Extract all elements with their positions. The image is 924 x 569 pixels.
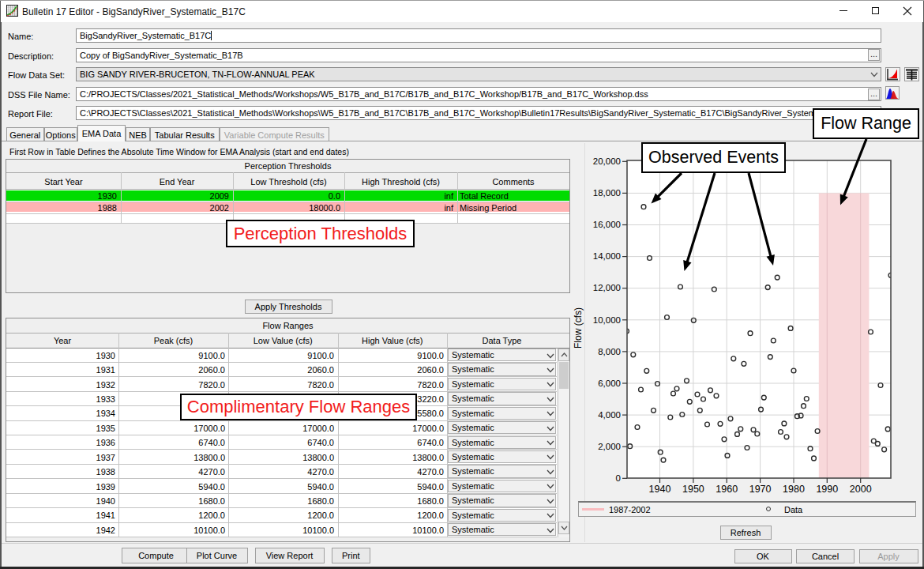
- svg-text:1950: 1950: [682, 484, 704, 495]
- svg-text:2,000: 2,000: [598, 442, 621, 451]
- svg-text:20,000: 20,000: [593, 156, 621, 166]
- svg-text:14,000: 14,000: [593, 251, 621, 261]
- svg-text:6,000: 6,000: [598, 379, 621, 388]
- svg-text:16,000: 16,000: [593, 220, 621, 229]
- svg-text:0: 0: [616, 473, 621, 483]
- svg-text:Flow (cfs): Flow (cfs): [573, 307, 584, 349]
- svg-text:12,000: 12,000: [593, 283, 621, 292]
- svg-text:10,000: 10,000: [593, 315, 621, 325]
- svg-text:1990: 1990: [816, 484, 838, 495]
- svg-text:1970: 1970: [749, 484, 772, 495]
- svg-text:8,000: 8,000: [598, 347, 621, 356]
- svg-text:1940: 1940: [649, 484, 671, 495]
- svg-text:18,000: 18,000: [593, 188, 621, 198]
- svg-text:1960: 1960: [716, 484, 738, 495]
- svg-text:4,000: 4,000: [598, 410, 621, 420]
- svg-text:1980: 1980: [783, 484, 805, 495]
- svg-text:2000: 2000: [850, 484, 872, 495]
